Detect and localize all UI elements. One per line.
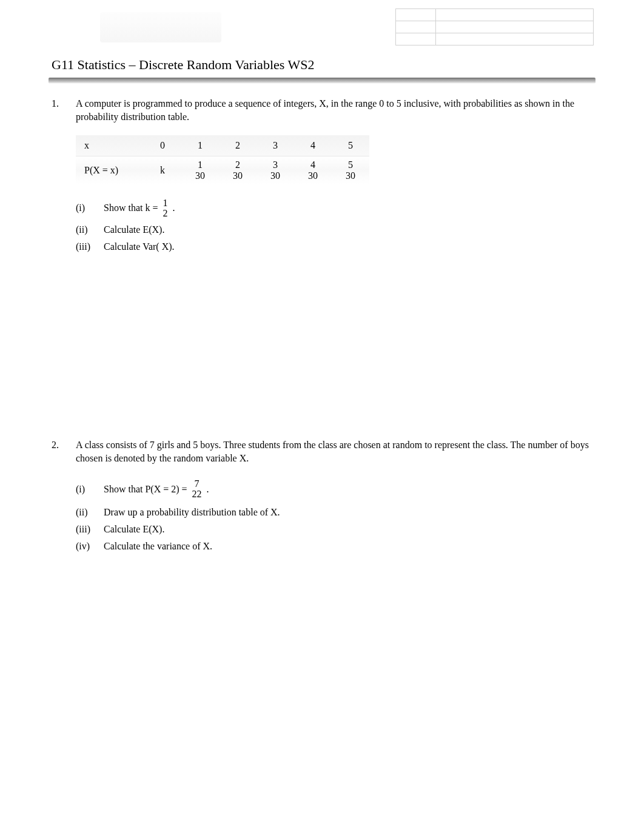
part-ii: (ii) Draw up a probability distribution …	[76, 505, 592, 519]
question-number: 1.	[52, 97, 64, 257]
part-i: (i) Show that P(X = 2) = 7 22 .	[76, 475, 592, 502]
page-title: G11 Statistics – Discrete Random Variabl…	[52, 57, 592, 73]
table-cell: 1 30	[181, 156, 219, 184]
table-cell: 4 30	[294, 156, 332, 184]
question-intro: A class consists of 7 girls and 5 boys. …	[76, 438, 592, 464]
table-cell: 2 30	[219, 156, 257, 184]
header-info-table	[395, 8, 594, 45]
question-intro: A computer is programmed to produce a se…	[76, 97, 592, 123]
part-ii: (ii) Calculate E(X).	[76, 223, 592, 237]
table-cell: 2	[219, 135, 257, 156]
table-cell: 5 30	[332, 156, 369, 184]
table-cell: 5	[332, 135, 369, 156]
table-cell: 0	[144, 135, 181, 156]
logo-image	[100, 12, 221, 42]
table-header-p: P(X = x)	[76, 156, 144, 184]
table-cell: k	[144, 156, 181, 184]
question-2: 2. A class consists of 7 girls and 5 boy…	[52, 438, 592, 555]
part-iii: (iii) Calculate Var( X).	[76, 240, 592, 254]
table-cell: 1	[181, 135, 219, 156]
table-header-x: x	[76, 135, 144, 156]
table-cell: 4	[294, 135, 332, 156]
part-iii: (iii) Calculate E(X).	[76, 521, 592, 536]
table-cell: 3	[257, 135, 294, 156]
question-number: 2.	[52, 438, 64, 555]
table-cell: 3 30	[257, 156, 294, 184]
probability-table: x 0 1 2 3 4 5 P(X = x) k 1 30	[76, 135, 369, 184]
divider-bar	[49, 78, 595, 84]
question-1: 1. A computer is programmed to produce a…	[52, 97, 592, 257]
part-i: (i) Show that k = 1 2 .	[76, 196, 592, 220]
part-iv: (iv) Calculate the variance of X.	[76, 538, 592, 553]
